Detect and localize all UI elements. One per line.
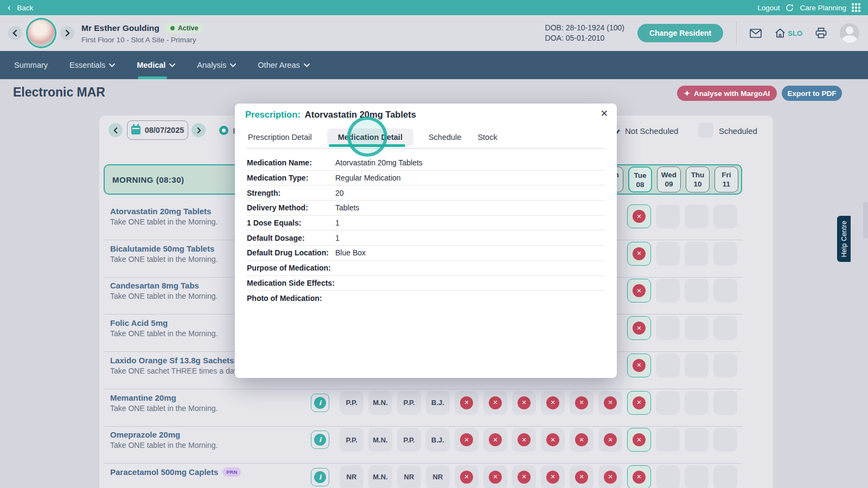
dose-empty-cell[interactable] — [656, 316, 680, 340]
modal-tab[interactable]: Stock — [476, 129, 498, 146]
day-chip[interactable]: Fri 11 — [714, 166, 738, 192]
dose-empty-cell[interactable] — [713, 204, 737, 228]
dose-empty-cell[interactable] — [685, 279, 709, 303]
dose-missed-cell[interactable]: ✕ — [455, 391, 478, 415]
dose-missed-cell-current-day[interactable]: ✕ — [627, 391, 651, 415]
dose-empty-cell[interactable] — [713, 428, 737, 452]
dose-missed-cell[interactable]: ✕ — [483, 428, 507, 452]
scrollbar-thumb[interactable] — [863, 202, 868, 239]
next-day-button[interactable] — [192, 123, 206, 137]
dose-missed-cell-current-day[interactable]: ✕ — [627, 316, 651, 340]
dose-empty-cell[interactable] — [685, 428, 709, 452]
next-resident-button[interactable] — [60, 26, 74, 40]
dose-initials-cell[interactable]: P.P. — [340, 428, 363, 452]
dose-empty-cell[interactable] — [713, 279, 737, 303]
dose-empty-cell[interactable] — [685, 316, 709, 340]
dose-empty-cell[interactable] — [713, 354, 737, 377]
modal-tab[interactable]: Prescription Detail — [247, 129, 313, 146]
day-chip[interactable]: Thu 10 — [686, 166, 710, 192]
print-icon[interactable] — [815, 28, 827, 38]
date-picker[interactable]: 08/07/2025 — [127, 120, 188, 140]
dose-empty-cell[interactable] — [656, 242, 680, 266]
analyse-with-margoai-button[interactable]: ✦ Analyse with MargoAI — [677, 86, 777, 101]
messages-icon[interactable] — [750, 29, 762, 38]
dose-initials-cell[interactable]: NR — [397, 465, 421, 488]
dose-initials-cell[interactable]: P.P. — [397, 391, 421, 415]
dose-missed-cell[interactable]: ✕ — [570, 391, 593, 415]
logout-button[interactable]: Logout — [757, 4, 780, 12]
dose-initials-cell[interactable]: P.P. — [340, 391, 363, 415]
med-info-button[interactable]: i — [311, 431, 329, 449]
dose-initials-cell[interactable]: NR — [426, 465, 450, 488]
close-icon[interactable]: ✕ — [601, 108, 608, 119]
dose-initials-cell[interactable]: M.N. — [368, 465, 392, 488]
day-chip[interactable]: Wed 09 — [657, 166, 681, 192]
dose-empty-cell[interactable] — [685, 242, 709, 266]
dose-missed-cell[interactable]: ✕ — [512, 391, 536, 415]
dose-missed-cell[interactable]: ✕ — [483, 391, 507, 415]
dose-initials-cell[interactable]: P.P. — [397, 428, 421, 452]
dose-empty-cell[interactable] — [656, 428, 680, 452]
dose-missed-cell[interactable]: ✕ — [512, 428, 536, 452]
field-label: Medication Side Effects: — [247, 279, 335, 287]
dose-empty-cell[interactable] — [685, 204, 709, 228]
modal-tab[interactable]: Medication Detail — [327, 129, 413, 146]
logout-icon[interactable] — [785, 3, 794, 12]
dose-initials-cell[interactable]: B.J. — [426, 428, 450, 452]
dose-missed-cell[interactable]: ✕ — [455, 428, 478, 452]
nav-item[interactable]: Other Areas — [258, 51, 309, 79]
previous-resident-button[interactable] — [8, 26, 22, 40]
home-icon[interactable]: SLO — [775, 28, 802, 38]
user-avatar[interactable] — [840, 23, 859, 43]
dose-missed-cell-current-day[interactable]: ✕ — [627, 465, 651, 488]
dose-empty-cell[interactable] — [656, 465, 680, 488]
dose-empty-cell[interactable] — [685, 354, 709, 377]
dose-empty-cell[interactable] — [685, 391, 709, 415]
dose-missed-cell[interactable]: ✕ — [598, 465, 622, 488]
med-info-button[interactable]: i — [311, 468, 329, 486]
dose-initials-cell[interactable]: M.N. — [368, 391, 392, 415]
dose-missed-cell[interactable]: ✕ — [570, 465, 593, 488]
previous-day-button[interactable] — [108, 123, 123, 137]
nav-item[interactable]: Summary — [14, 51, 48, 79]
dose-empty-cell[interactable] — [656, 354, 680, 377]
dose-initials-cell[interactable]: B.J. — [426, 391, 450, 415]
nav-item[interactable]: Essentials — [69, 51, 115, 79]
dose-missed-cell[interactable]: ✕ — [541, 465, 565, 488]
dose-initials-cell[interactable]: NR — [340, 465, 363, 488]
day-chip[interactable]: Tue 08 — [628, 166, 652, 192]
nav-item[interactable]: Medical — [137, 51, 175, 79]
dose-empty-cell[interactable] — [656, 204, 680, 228]
dose-missed-cell-current-day[interactable]: ✕ — [627, 242, 651, 266]
export-to-pdf-button[interactable]: Export to PDF — [782, 86, 842, 101]
dose-empty-cell[interactable] — [713, 242, 737, 266]
dose-missed-cell[interactable]: ✕ — [598, 428, 622, 452]
dose-initials-cell[interactable]: M.N. — [368, 428, 392, 452]
dose-empty-cell[interactable] — [713, 391, 737, 415]
app-grid-icon[interactable] — [852, 3, 860, 12]
dose-missed-cell[interactable]: ✕ — [598, 391, 622, 415]
dose-missed-cell-current-day[interactable]: ✕ — [627, 204, 651, 228]
dose-missed-cell[interactable]: ✕ — [455, 465, 478, 488]
dose-missed-cell[interactable]: ✕ — [541, 428, 565, 452]
dose-missed-cell[interactable]: ✕ — [483, 465, 507, 488]
dose-empty-cell[interactable] — [685, 465, 709, 488]
back-button[interactable]: Back — [17, 4, 33, 12]
dose-empty-cell[interactable] — [656, 279, 680, 303]
field-row: Delivery Method: Tablets — [247, 201, 605, 216]
help-centre-tab[interactable]: Help Centre — [837, 216, 851, 262]
dose-empty-cell[interactable] — [713, 316, 737, 340]
dose-missed-cell[interactable]: ✕ — [570, 428, 593, 452]
nav-item[interactable]: Analysis — [197, 51, 236, 79]
dose-missed-cell-current-day[interactable]: ✕ — [627, 279, 651, 303]
dose-missed-cell-current-day[interactable]: ✕ — [627, 354, 651, 377]
dose-missed-cell-current-day[interactable]: ✕ — [627, 428, 651, 452]
dose-empty-cell[interactable] — [713, 465, 737, 488]
med-info-button[interactable]: i — [311, 394, 329, 412]
x-icon: ✕ — [489, 433, 502, 446]
modal-tab[interactable]: Schedule — [427, 129, 462, 146]
dose-empty-cell[interactable] — [656, 391, 680, 415]
dose-missed-cell[interactable]: ✕ — [512, 465, 536, 488]
change-resident-button[interactable]: Change Resident — [637, 24, 723, 42]
dose-missed-cell[interactable]: ✕ — [541, 391, 565, 415]
